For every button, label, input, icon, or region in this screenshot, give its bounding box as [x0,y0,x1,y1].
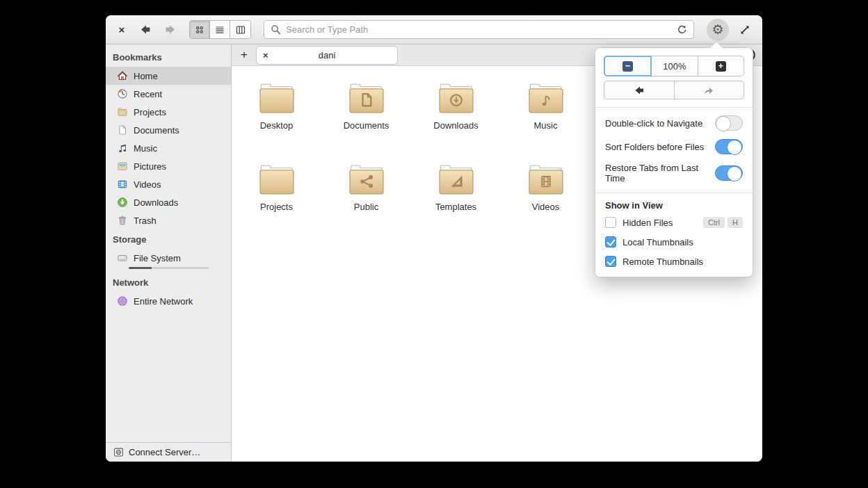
file-label: Projects [260,202,293,212]
sidebar-item-label: Trash [134,215,156,226]
checkbox-label: Local Thumbnails [622,237,693,247]
local-thumbnails-row: Local Thumbnails [595,232,753,252]
recent-icon [117,88,128,99]
file-item-templates[interactable]: Templates [411,163,501,212]
column-view-button[interactable] [230,21,250,38]
sidebar-item-documents[interactable]: Documents [106,121,231,139]
view-switcher [189,20,251,39]
local-thumbnails-checkbox[interactable] [605,236,616,247]
disk-usage-fill [129,267,152,269]
sidebar-item-videos[interactable]: Videos [106,175,231,193]
sidebar-item-file-system[interactable]: File System [106,249,231,267]
folder-public-icon [346,163,387,195]
tab-dani[interactable]: × dani [256,46,398,65]
list-view-button[interactable] [210,21,230,38]
connect-server-icon [113,447,124,457]
file-item-downloads[interactable]: Downloads [411,81,501,131]
fullscreen-button[interactable] [736,21,754,39]
sidebar-item-music[interactable]: Music [106,139,231,157]
zoom-level[interactable]: 100% [652,56,698,76]
search-input[interactable] [286,24,672,35]
sidebar-item-projects[interactable]: Projects [106,103,231,121]
file-item-public[interactable]: Public [321,163,411,212]
sidebar-header-bookmarks: Bookmarks [106,47,231,67]
double-click-toggle[interactable] [715,115,743,131]
sidebar-item-downloads[interactable]: Downloads [106,193,231,211]
switch-label: Restore Tabs from Last Time [605,163,715,184]
sidebar-item-label: File System [134,253,181,263]
zoom-control: − 100% + [604,56,744,76]
file-item-music[interactable]: Music [501,81,590,131]
folder-templates-icon [436,163,476,195]
sidebar-item-trash[interactable]: Trash [106,211,231,229]
sort-folders-toggle[interactable] [715,139,743,154]
zoom-out-button[interactable]: − [604,56,652,76]
folder-music-icon [526,81,566,114]
zoom-out-icon: − [622,61,633,72]
sidebar-item-recent[interactable]: Recent [106,85,231,103]
kbd-h: H [728,217,743,228]
hidden-files-row: Hidden Files Ctrl H [595,213,753,232]
drive-icon [117,252,128,263]
file-item-documents[interactable]: Documents [321,81,411,131]
pictures-icon [117,161,128,172]
sidebar-item-label: Projects [134,107,166,117]
file-item-videos[interactable]: Videos [501,163,590,212]
settings-popover: − 100% + Double-click to Navigate [595,47,753,277]
restore-tabs-toggle[interactable] [715,165,743,181]
sidebar-item-home[interactable]: Home [106,67,231,85]
network-icon [117,295,128,307]
sidebar-header-storage: Storage [106,229,231,249]
remote-thumbnails-row: Remote Thumbnails [595,252,753,271]
sidebar-item-label: Entire Network [134,296,193,307]
toolbar: × [106,15,762,44]
forward-button[interactable] [161,21,179,39]
connect-server-button[interactable]: Connect Server… [106,442,231,462]
expand-icon [739,24,750,35]
sidebar-list: Bookmarks Home Recent Projects [106,44,231,442]
file-label: Downloads [433,120,478,131]
search-icon [271,24,281,35]
back-button[interactable] [136,21,154,39]
sort-folders-row: Sort Folders before Files [595,135,753,158]
back-arrow-icon [633,86,645,95]
zoom-in-icon: + [716,61,726,72]
search-bar [264,20,694,39]
file-item-projects[interactable]: Projects [232,163,321,212]
sidebar-header-network: Network [106,273,231,292]
popover-back-button[interactable] [604,81,675,99]
remote-thumbnails-checkbox[interactable] [605,256,616,267]
sidebar-item-entire-network[interactable]: Entire Network [106,292,231,310]
list-view-icon [215,25,225,35]
kbd-ctrl: Ctrl [703,217,725,228]
disk-usage-bar [129,267,209,269]
grid-view-button[interactable] [190,21,210,38]
hidden-files-checkbox[interactable] [605,217,616,228]
folder-downloads-icon [436,81,476,114]
folder-icon [117,106,128,117]
sidebar-item-label: Home [134,71,158,81]
file-label: Music [534,120,558,131]
settings-button[interactable]: ⚙ [707,19,729,41]
popover-forward-button[interactable] [675,81,745,99]
sidebar-item-label: Documents [134,125,179,136]
restore-tabs-row: Restore Tabs from Last Time [595,158,753,188]
downloads-icon [117,197,128,208]
home-icon [117,70,128,81]
file-item-desktop[interactable]: Desktop [232,81,321,131]
window-close-button[interactable]: × [114,24,129,35]
grid-view-icon [195,25,204,35]
sidebar-item-label: Recent [134,89,162,99]
zoom-in-button[interactable]: + [698,56,744,76]
new-tab-button[interactable]: + [235,48,253,62]
switch-label: Double-click to Navigate [605,118,702,129]
shortcut-badges: Ctrl H [703,217,743,228]
show-in-view-header: Show in View [595,193,753,213]
tab-close-button[interactable]: × [263,50,268,60]
file-label: Documents [344,120,389,131]
sidebar-item-pictures[interactable]: Pictures [106,157,231,175]
back-arrow-icon [138,24,152,35]
file-label: Desktop [260,120,294,131]
refresh-icon[interactable] [677,24,687,35]
switch-section: Double-click to Navigate Sort Folders be… [595,108,753,193]
